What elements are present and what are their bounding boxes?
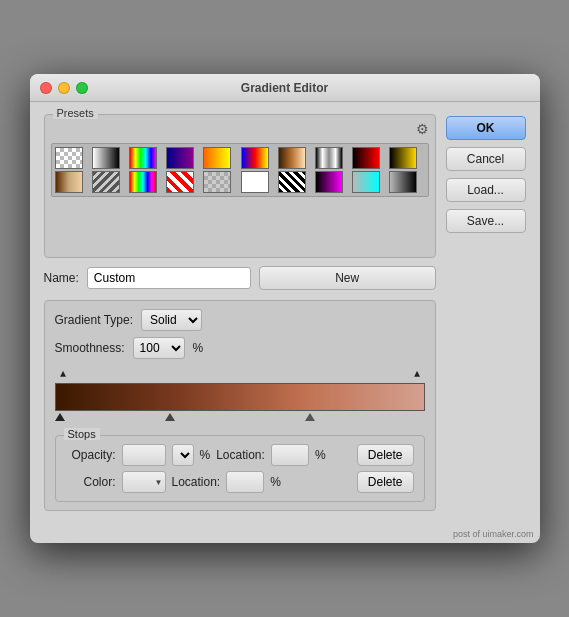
color-stop-row: [55, 413, 425, 429]
smoothness-select[interactable]: 100: [133, 337, 185, 359]
preset-swatch[interactable]: [241, 147, 269, 169]
right-panel: OK Cancel Load... Save...: [446, 114, 526, 511]
color-stop-3[interactable]: [305, 413, 315, 421]
stops-section: Stops Opacity: % Location: % Delete: [55, 435, 425, 502]
preset-swatch[interactable]: [129, 147, 157, 169]
color-location-label: Location:: [172, 475, 221, 489]
opacity-location-unit: %: [315, 448, 326, 462]
opacity-dropdown[interactable]: [172, 444, 194, 466]
name-row: Name: New: [44, 266, 436, 290]
watermark: post of uimaker.com: [30, 527, 540, 543]
smoothness-row: Smoothness: 100 %: [55, 337, 425, 359]
new-button[interactable]: New: [259, 266, 436, 290]
maximize-button[interactable]: [76, 82, 88, 94]
preset-swatch[interactable]: [241, 171, 269, 193]
presets-section: Presets ⚙: [44, 114, 436, 258]
gradient-type-label: Gradient Type:: [55, 313, 134, 327]
preset-swatch[interactable]: [352, 171, 380, 193]
opacity-value-input[interactable]: [122, 444, 166, 466]
smoothness-unit: %: [193, 341, 204, 355]
close-button[interactable]: [40, 82, 52, 94]
preset-swatch[interactable]: [389, 171, 417, 193]
preset-swatch[interactable]: [55, 147, 83, 169]
color-dropdown-arrow: ▼: [155, 478, 163, 487]
main-content: Presets ⚙: [30, 102, 540, 527]
opacity-stop-label: Opacity:: [66, 448, 116, 462]
gradient-area: ▼ ▼: [55, 367, 425, 429]
window-title: Gradient Editor: [241, 81, 328, 95]
opacity-stop-row: ▼ ▼: [55, 367, 425, 381]
name-label: Name:: [44, 271, 79, 285]
gradient-type-select[interactable]: Solid Noise: [141, 309, 202, 331]
traffic-lights: [40, 82, 88, 94]
left-panel: Presets ⚙: [44, 114, 436, 511]
preset-swatch[interactable]: [166, 147, 194, 169]
title-bar: Gradient Editor: [30, 74, 540, 102]
preset-swatch[interactable]: [315, 171, 343, 193]
preset-swatch[interactable]: [278, 147, 306, 169]
preset-swatch[interactable]: [315, 147, 343, 169]
color-stop-2[interactable]: [165, 413, 175, 421]
opacity-location-input[interactable]: [271, 444, 309, 466]
color-stop-settings-row: Color: ▼ Location: % Delete: [66, 471, 414, 493]
save-button[interactable]: Save...: [446, 209, 526, 233]
color-location-unit: %: [270, 475, 281, 489]
opacity-stop-left[interactable]: ▼: [57, 369, 69, 381]
presets-grid: [55, 147, 425, 193]
preset-swatch[interactable]: [352, 147, 380, 169]
preset-swatch[interactable]: [203, 147, 231, 169]
presets-label: Presets: [53, 107, 98, 119]
color-stop-label: Color:: [66, 475, 116, 489]
preset-swatch[interactable]: [92, 171, 120, 193]
opacity-unit: %: [200, 448, 211, 462]
color-stop-1[interactable]: [55, 413, 65, 421]
preset-swatch[interactable]: [203, 171, 231, 193]
presets-empty-area: [51, 201, 429, 251]
load-button[interactable]: Load...: [446, 178, 526, 202]
name-input[interactable]: [87, 267, 251, 289]
opacity-delete-button[interactable]: Delete: [357, 444, 414, 466]
ok-button[interactable]: OK: [446, 116, 526, 140]
color-location-input[interactable]: [226, 471, 264, 493]
color-delete-button[interactable]: Delete: [357, 471, 414, 493]
gear-icon[interactable]: ⚙: [416, 121, 429, 137]
gradient-type-row: Gradient Type: Solid Noise: [55, 309, 425, 331]
preset-swatch[interactable]: [92, 147, 120, 169]
options-box: Gradient Type: Solid Noise Smoothness: 1…: [44, 300, 436, 511]
opacity-location-label: Location:: [216, 448, 265, 462]
preset-swatch[interactable]: [389, 147, 417, 169]
gradient-editor-window: Gradient Editor Presets ⚙: [30, 74, 540, 543]
color-swatch-input[interactable]: ▼: [122, 471, 166, 493]
stops-label: Stops: [64, 428, 100, 440]
smoothness-label: Smoothness:: [55, 341, 125, 355]
gradient-bar[interactable]: [55, 383, 425, 411]
presets-grid-container: [51, 143, 429, 197]
minimize-button[interactable]: [58, 82, 70, 94]
cancel-button[interactable]: Cancel: [446, 147, 526, 171]
presets-header: ⚙: [51, 121, 429, 137]
preset-swatch[interactable]: [55, 171, 83, 193]
opacity-stop-settings-row: Opacity: % Location: % Delete: [66, 444, 414, 466]
preset-swatch[interactable]: [166, 171, 194, 193]
preset-swatch[interactable]: [129, 171, 157, 193]
opacity-stop-right[interactable]: ▼: [411, 369, 423, 381]
preset-swatch[interactable]: [278, 171, 306, 193]
